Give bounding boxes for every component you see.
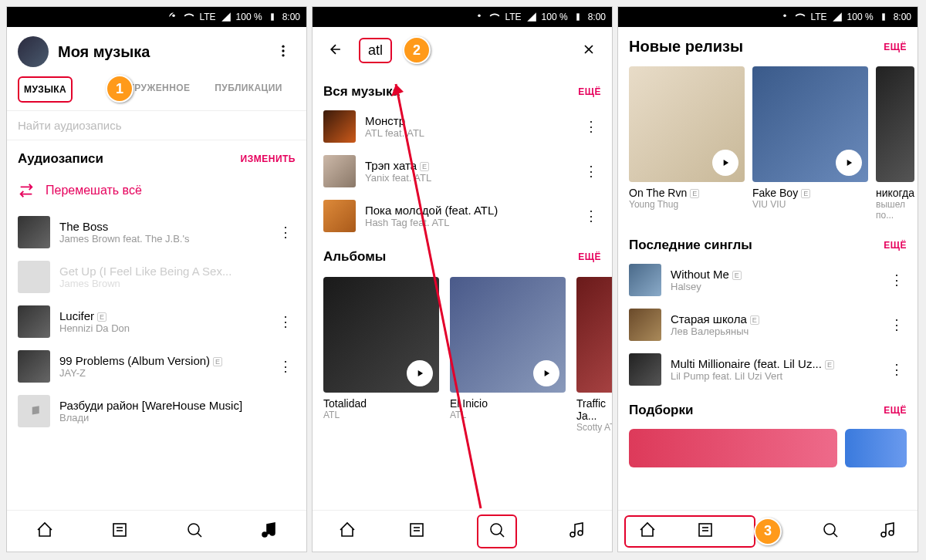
track-row[interactable]: Without MeEHalsey⋮ [618,258,918,302]
section-singles: Последние синглы [629,238,752,253]
more-link[interactable]: ЕЩЁ [884,42,907,52]
track-menu-icon[interactable]: ⋮ [581,163,601,180]
play-icon[interactable] [712,150,738,176]
svg-line-20 [833,533,837,537]
releases-row: On The RvnEYoung Thug Fake BoyEVIU VIU н… [618,60,918,227]
section-compilations: Подборки [629,403,693,418]
annotation-arrow [380,69,488,516]
search-input[interactable]: Найти аудиозапись [7,111,306,140]
svg-point-3 [282,54,284,56]
overflow-menu-button[interactable] [271,39,296,66]
shuffle-label: Перемешать всё [46,184,142,197]
release-item[interactable]: On The RvnEYoung Thug [629,66,745,221]
svg-line-14 [500,533,504,537]
callout-2: 2 [403,36,431,64]
track-menu-icon[interactable]: ⋮ [275,313,296,330]
svg-point-13 [491,524,502,535]
section-albums: Альбомы [323,249,386,265]
album-item[interactable]: Traffic Ja...Scotty ATL [576,277,612,433]
track-row[interactable]: 99 Problems (Album Version)EJAY-Z⋮ [7,344,306,389]
tab-music[interactable]: МУЗЫКА [18,76,73,103]
nav-feed-icon[interactable] [110,521,129,542]
bottom-nav [313,510,612,552]
track-row[interactable]: Multi Millionaire (feat. Lil Uz...ELil P… [618,347,918,392]
svg-point-0 [173,15,176,18]
track-menu-icon[interactable]: ⋮ [275,224,296,241]
clear-button[interactable] [576,37,601,64]
track-menu-icon[interactable]: ⋮ [275,358,296,375]
track-row[interactable]: LuciferEHennizi Da Don⋮ [7,299,306,344]
play-icon[interactable] [836,150,862,176]
phone-search: LTE 100 % 8:00 atl 2 Вся музыка ЕЩЁ Монс… [312,6,613,552]
search-header: atl 2 [313,27,612,73]
tab-publications[interactable]: ПУБЛИКАЦИИ [210,76,286,103]
bottom-nav: 3 [618,510,918,552]
callout-3: 3 [754,518,782,545]
track-row[interactable]: Старая школаEЛев Валерьяныч⋮ [618,302,918,347]
time-label: 8:00 [282,12,300,22]
phone-releases: LTE 100 % 8:00 Новые релизы ЕЩЁ On The R… [617,6,918,552]
nav-music-icon[interactable] [568,521,586,542]
page-title: Моя музыка [58,43,262,61]
nav-search-icon[interactable] [821,521,840,542]
svg-point-1 [282,45,284,47]
section-releases: Новые релизы [629,38,743,56]
search-input[interactable]: atl [359,38,392,63]
track-menu-icon[interactable]: ⋮ [887,316,907,333]
svg-point-2 [282,49,284,52]
status-bar: LTE 100 % 8:00 [7,7,306,27]
svg-rect-4 [113,524,126,536]
track-menu-icon[interactable]: ⋮ [581,118,601,135]
callout-1: 1 [106,75,133,103]
edit-link[interactable]: ИЗМЕНИТЬ [241,153,296,164]
section-audio-title: Аудиозаписи [18,151,103,167]
status-bar: LTE 100 % 8:00 [618,7,918,27]
nav-music-icon[interactable] [260,521,279,542]
track-menu-icon[interactable]: ⋮ [581,207,601,224]
svg-rect-10 [411,524,423,536]
more-link[interactable]: ЕЩЁ [578,86,601,97]
nav-home-icon[interactable] [35,521,54,542]
svg-line-8 [198,533,201,537]
bottom-nav [7,510,306,552]
compilation-item[interactable] [845,429,907,467]
more-link[interactable]: ЕЩЁ [578,251,601,262]
nav-feed-icon[interactable] [407,521,426,542]
play-icon[interactable] [533,360,559,386]
more-link[interactable]: ЕЩЁ [884,240,907,251]
nav-search-icon[interactable] [477,514,517,548]
svg-point-15 [784,15,787,18]
status-bar: LTE 100 % 8:00 [313,7,612,27]
shuffle-button[interactable]: Перемешать всё [7,171,306,210]
svg-point-19 [824,524,835,535]
svg-point-9 [478,15,482,18]
track-menu-icon[interactable]: ⋮ [887,361,907,378]
track-row[interactable]: The BossJames Brown feat. The J.B.'s⋮ [7,210,306,255]
compilation-item[interactable] [629,429,837,467]
track-row[interactable]: Разбуди район [WareHouse Music]Влади [7,389,306,433]
tabs: МУЗЫКА ЗАГРУЖЕННОЕ ПУБЛИКАЦИИ 1 [7,76,306,111]
track-menu-icon[interactable]: ⋮ [887,272,907,288]
svg-point-7 [188,524,199,535]
battery-label: 100 % [236,12,262,22]
track-row[interactable]: Get Up (I Feel Like Being A Sex...James … [7,255,306,299]
nav-home-icon[interactable] [338,521,357,542]
compilations-row [618,423,918,474]
network-label: LTE [199,12,215,22]
back-button[interactable] [323,37,348,64]
header: Моя музыка [7,27,306,76]
avatar[interactable] [18,36,49,67]
nav-search-icon[interactable] [185,521,204,542]
more-link[interactable]: ЕЩЁ [884,405,907,416]
phone-my-music: LTE 100 % 8:00 Моя музыка МУЗЫКА ЗАГРУЖЕ… [6,6,307,552]
release-item[interactable]: Fake BoyEVIU VIU [752,66,868,221]
nav-music-icon[interactable] [879,521,897,542]
release-item[interactable]: никогдавышел по... [876,66,914,221]
